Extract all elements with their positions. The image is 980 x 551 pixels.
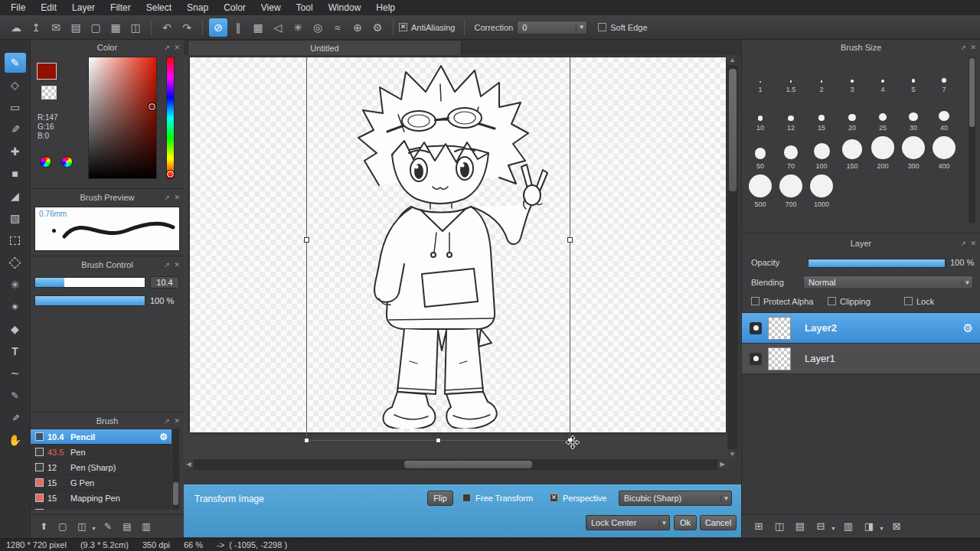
- pen2-tool[interactable]: ✎: [5, 407, 25, 429]
- transform-handle-bottom[interactable]: [436, 438, 441, 443]
- scroll-down-icon[interactable]: ▼: [727, 449, 737, 459]
- free-transform-checkbox[interactable]: [462, 494, 471, 502]
- brush-size-option[interactable]: 200: [867, 133, 898, 171]
- panel-close-icon[interactable]: ✕: [970, 239, 976, 248]
- brush-item[interactable]: 15G Pen: [31, 475, 172, 491]
- select-tool[interactable]: [5, 230, 26, 250]
- brush-size-option[interactable]: 400: [929, 133, 959, 171]
- brush-opacity-slider[interactable]: [34, 295, 145, 306]
- brush-size-option[interactable]: 1.5: [776, 57, 806, 95]
- chevron-down-icon[interactable]: ▼: [879, 526, 884, 531]
- brush-size-option[interactable]: 40: [929, 95, 959, 133]
- layer-visibility-icon[interactable]: [750, 322, 762, 334]
- brush-up-button[interactable]: ⬆: [35, 519, 52, 534]
- comment-button[interactable]: ✉: [47, 18, 65, 37]
- snap-settings-button[interactable]: ⚙: [368, 18, 387, 37]
- menu-item-snap[interactable]: Snap: [179, 0, 216, 15]
- brush-item[interactable]: 15Mapping Pen: [31, 491, 172, 506]
- chevron-down-icon[interactable]: ▼: [91, 526, 96, 531]
- layer-settings-icon[interactable]: ⚙: [963, 321, 973, 335]
- anchor-dropdown[interactable]: Lock Center ▼: [586, 515, 670, 530]
- select-eraser-tool[interactable]: ◆: [5, 319, 26, 339]
- snap-curve-button[interactable]: ≈: [328, 18, 347, 37]
- correction-dropdown[interactable]: 0 ▼: [517, 21, 587, 34]
- sv-cursor[interactable]: [149, 103, 155, 110]
- snap-cross-button[interactable]: ✳: [289, 18, 307, 37]
- menu-item-tool[interactable]: Tool: [289, 0, 321, 15]
- save-button[interactable]: ↥: [27, 18, 45, 37]
- select-rectangle-tool[interactable]: ▭: [5, 97, 26, 117]
- transform-handle-right[interactable]: [567, 237, 573, 243]
- brush-size-option[interactable]: 7: [929, 57, 959, 95]
- brush-size-option[interactable]: 2: [806, 57, 837, 95]
- brush-size-option[interactable]: 300: [898, 133, 929, 171]
- add-folder-button[interactable]: ⊟: [812, 519, 830, 534]
- undo-button[interactable]: ↶: [158, 18, 176, 37]
- transform-left-edge[interactable]: [306, 57, 307, 440]
- color-wheel-icon[interactable]: [40, 156, 51, 168]
- hue-slider[interactable]: [166, 57, 175, 179]
- blending-dropdown[interactable]: Normal ▼: [803, 276, 973, 289]
- brush-size-option[interactable]: 100: [806, 133, 837, 171]
- panel-popout-icon[interactable]: ↗: [164, 43, 170, 52]
- layer-opacity-slider[interactable]: [808, 259, 946, 268]
- pen-tool[interactable]: ✎: [5, 53, 26, 73]
- menu-item-view[interactable]: View: [253, 0, 289, 15]
- add-brush-button[interactable]: ▢: [54, 519, 71, 534]
- scroll-up-icon[interactable]: ▲: [727, 55, 737, 65]
- flatten-button[interactable]: ◨: [860, 519, 878, 534]
- brush-size-option[interactable]: 3: [837, 57, 867, 95]
- layout-button[interactable]: ▦: [106, 18, 125, 37]
- brush-size-option[interactable]: 1: [745, 57, 776, 95]
- cloud-button[interactable]: ☁: [7, 18, 25, 37]
- menu-item-edit[interactable]: Edit: [33, 0, 64, 15]
- edit-brush-button[interactable]: ✎: [100, 519, 116, 534]
- brush-size-option[interactable]: 4: [867, 57, 898, 95]
- soft-edge-checkbox[interactable]: [598, 23, 606, 31]
- menu-item-file[interactable]: File: [3, 0, 33, 15]
- brush-size-option[interactable]: 10: [745, 95, 776, 133]
- snap-radial-button[interactable]: ◎: [309, 18, 327, 37]
- delete-layer-button[interactable]: ⊠: [887, 519, 906, 534]
- gradient-tool[interactable]: ▧: [5, 208, 26, 228]
- snap-vanishing-button[interactable]: ◁: [269, 18, 287, 37]
- brush-size-option[interactable]: 150: [837, 133, 867, 171]
- scroll-left-icon[interactable]: ◀: [184, 459, 194, 469]
- panel-close-icon[interactable]: ✕: [970, 43, 976, 52]
- pages-button[interactable]: ▤: [67, 18, 85, 37]
- menu-item-help[interactable]: Help: [368, 0, 403, 15]
- curve-tool[interactable]: ~: [5, 364, 26, 383]
- saturation-value-picker[interactable]: [88, 57, 157, 179]
- layer-item-layer2[interactable]: Layer2⚙: [742, 313, 980, 344]
- panel-popout-icon[interactable]: ↗: [960, 43, 966, 52]
- scroll-right-icon[interactable]: ▶: [717, 459, 727, 469]
- background-swatch[interactable]: [41, 86, 57, 99]
- redo-button[interactable]: ↷: [178, 18, 196, 37]
- snap-grid-button[interactable]: ▦: [249, 18, 267, 37]
- menu-item-filter[interactable]: Filter: [103, 0, 139, 15]
- layer-item-layer1[interactable]: Layer1: [742, 344, 980, 374]
- horizontal-scrollbar[interactable]: ◀ ▶: [184, 459, 727, 470]
- vertical-scrollbar[interactable]: ▲ ▼: [727, 55, 738, 459]
- snap-ellipse-button[interactable]: ⊕: [348, 18, 367, 37]
- select-pen-tool[interactable]: ✴: [5, 297, 26, 317]
- magic-wand-tool[interactable]: ✳: [5, 275, 26, 295]
- layer-visibility-icon[interactable]: [750, 353, 762, 365]
- bucket-tool[interactable]: ◢: [5, 186, 26, 206]
- snap-parallel-button[interactable]: ∥: [229, 18, 247, 37]
- pencil-tool[interactable]: ✎: [5, 386, 26, 406]
- clipping-checkbox[interactable]: [828, 297, 836, 305]
- panel-close-icon[interactable]: ✕: [174, 43, 180, 52]
- vertical-scroll-thumb[interactable]: [729, 69, 737, 191]
- interpolation-dropdown[interactable]: Bicubic (Sharp) ▼: [619, 491, 732, 506]
- protect-alpha-checkbox[interactable]: [751, 297, 760, 305]
- perspective-checkbox[interactable]: [550, 494, 558, 502]
- transform-right-edge[interactable]: [570, 57, 570, 440]
- panel-close-icon[interactable]: ✕: [174, 416, 180, 425]
- transform-handle-bottom-left[interactable]: [304, 438, 309, 443]
- brush-size-option[interactable]: 12: [776, 95, 806, 133]
- canvas[interactable]: [190, 57, 726, 432]
- menu-item-select[interactable]: Select: [139, 0, 179, 15]
- fill-rectangle-tool[interactable]: ■: [5, 164, 26, 184]
- document-button[interactable]: ▢: [87, 18, 105, 37]
